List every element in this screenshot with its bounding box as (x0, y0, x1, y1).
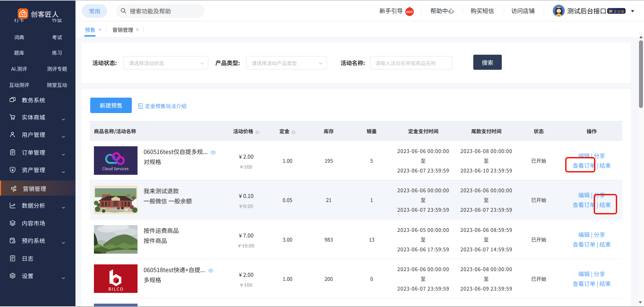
svg-text:HOT: HOT (406, 10, 413, 14)
svg-text:BILCO: BILCO (108, 286, 124, 292)
svg-text:Cloud Services: Cloud Services (102, 166, 129, 171)
